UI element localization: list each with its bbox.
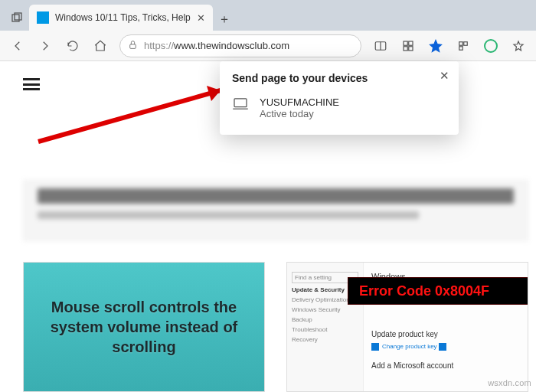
collections-button[interactable] [395,33,421,59]
browser-tab[interactable]: Windows 10/11 Tips, Tricks, Help ✕ [29,5,213,31]
lock-icon [128,39,138,53]
tab-close-button[interactable]: ✕ [197,12,205,24]
device-item[interactable]: YUSUFMACHINE Active today [232,96,446,124]
article-card-title: Mouse scroll controls the system volume … [24,297,264,357]
annotation-arrow [31,69,237,145]
address-bar[interactable]: https://www.thewindowsclub.com [119,34,361,57]
new-tab-button[interactable]: ＋ [213,8,236,31]
svg-rect-10 [464,41,468,45]
forward-button[interactable] [32,33,58,59]
send-to-devices-popup: Send page to your devices ✕ YUSUFMACHINE… [220,61,459,135]
refresh-button[interactable] [60,33,86,59]
svg-line-12 [38,90,221,142]
url-text: https://www.thewindowsclub.com [144,40,353,51]
favorite-button[interactable] [423,33,449,59]
tab-overview-button[interactable] [5,6,29,31]
svg-rect-8 [409,46,413,50]
favicon-icon [37,11,49,24]
svg-rect-2 [130,44,136,47]
laptop-icon [232,98,249,110]
device-name: YUSUFMACHINE [260,96,339,108]
watermark: wsxdn.com [488,378,531,387]
extensions-button[interactable] [450,33,476,59]
grammarly-extension-icon[interactable] [478,33,504,59]
popup-title: Send page to your devices [232,72,446,84]
favorites-bar-button[interactable] [505,33,531,59]
svg-rect-5 [404,41,407,45]
reader-mode-button[interactable] [368,33,394,59]
error-code-banner: Error Code 0x8004F [348,278,528,304]
blurred-content-block [23,180,528,241]
back-button[interactable] [5,33,31,59]
svg-rect-9 [459,41,463,45]
device-status: Active today [260,108,339,119]
article-card-mouse-scroll[interactable]: Mouse scroll controls the system volume … [23,262,265,392]
svg-rect-14 [234,99,247,107]
svg-rect-7 [404,46,407,50]
article-card-error-code[interactable]: Find a setting Update & Security Deliver… [286,262,528,392]
svg-rect-11 [459,46,463,50]
svg-rect-6 [409,41,413,45]
popup-close-button[interactable]: ✕ [440,69,449,83]
home-button[interactable] [87,33,113,59]
tab-title: Windows 10/11 Tips, Tricks, Help [55,12,191,23]
